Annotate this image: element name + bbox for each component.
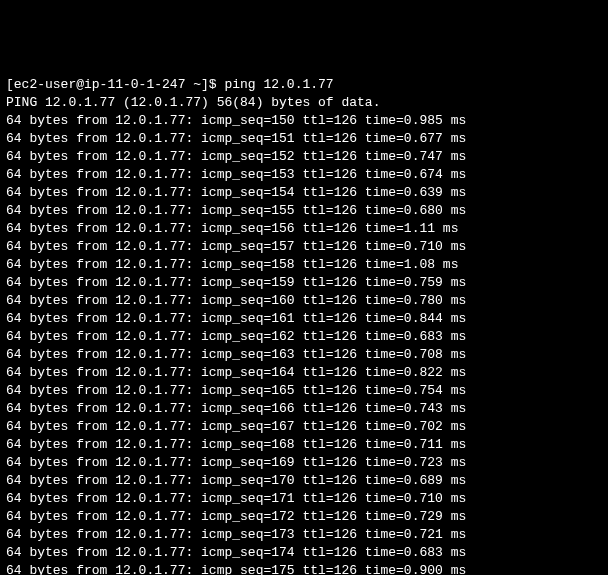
- ping-reply: 64 bytes from 12.0.1.77: icmp_seq=166 tt…: [6, 400, 602, 418]
- ping-reply: 64 bytes from 12.0.1.77: icmp_seq=161 tt…: [6, 310, 602, 328]
- ping-reply: 64 bytes from 12.0.1.77: icmp_seq=163 tt…: [6, 346, 602, 364]
- ping-reply: 64 bytes from 12.0.1.77: icmp_seq=174 tt…: [6, 544, 602, 562]
- ping-reply: 64 bytes from 12.0.1.77: icmp_seq=151 tt…: [6, 130, 602, 148]
- ping-reply: 64 bytes from 12.0.1.77: icmp_seq=154 tt…: [6, 184, 602, 202]
- ping-reply: 64 bytes from 12.0.1.77: icmp_seq=175 tt…: [6, 562, 602, 575]
- ping-reply: 64 bytes from 12.0.1.77: icmp_seq=170 tt…: [6, 472, 602, 490]
- ping-reply: 64 bytes from 12.0.1.77: icmp_seq=168 tt…: [6, 436, 602, 454]
- ping-reply: 64 bytes from 12.0.1.77: icmp_seq=160 tt…: [6, 292, 602, 310]
- ping-reply: 64 bytes from 12.0.1.77: icmp_seq=173 tt…: [6, 526, 602, 544]
- ping-reply: 64 bytes from 12.0.1.77: icmp_seq=158 tt…: [6, 256, 602, 274]
- ping-header: PING 12.0.1.77 (12.0.1.77) 56(84) bytes …: [6, 94, 602, 112]
- prompt-command: [ec2-user@ip-11-0-1-247 ~]$ ping 12.0.1.…: [6, 76, 602, 94]
- terminal-output[interactable]: [ec2-user@ip-11-0-1-247 ~]$ ping 12.0.1.…: [6, 76, 602, 575]
- ping-reply: 64 bytes from 12.0.1.77: icmp_seq=157 tt…: [6, 238, 602, 256]
- ping-reply: 64 bytes from 12.0.1.77: icmp_seq=159 tt…: [6, 274, 602, 292]
- ping-reply: 64 bytes from 12.0.1.77: icmp_seq=152 tt…: [6, 148, 602, 166]
- ping-reply: 64 bytes from 12.0.1.77: icmp_seq=156 tt…: [6, 220, 602, 238]
- ping-reply: 64 bytes from 12.0.1.77: icmp_seq=165 tt…: [6, 382, 602, 400]
- ping-reply: 64 bytes from 12.0.1.77: icmp_seq=164 tt…: [6, 364, 602, 382]
- ping-reply: 64 bytes from 12.0.1.77: icmp_seq=167 tt…: [6, 418, 602, 436]
- ping-reply: 64 bytes from 12.0.1.77: icmp_seq=150 tt…: [6, 112, 602, 130]
- ping-reply: 64 bytes from 12.0.1.77: icmp_seq=153 tt…: [6, 166, 602, 184]
- ping-reply: 64 bytes from 12.0.1.77: icmp_seq=162 tt…: [6, 328, 602, 346]
- ping-reply: 64 bytes from 12.0.1.77: icmp_seq=172 tt…: [6, 508, 602, 526]
- ping-reply: 64 bytes from 12.0.1.77: icmp_seq=171 tt…: [6, 490, 602, 508]
- ping-reply: 64 bytes from 12.0.1.77: icmp_seq=169 tt…: [6, 454, 602, 472]
- ping-reply: 64 bytes from 12.0.1.77: icmp_seq=155 tt…: [6, 202, 602, 220]
